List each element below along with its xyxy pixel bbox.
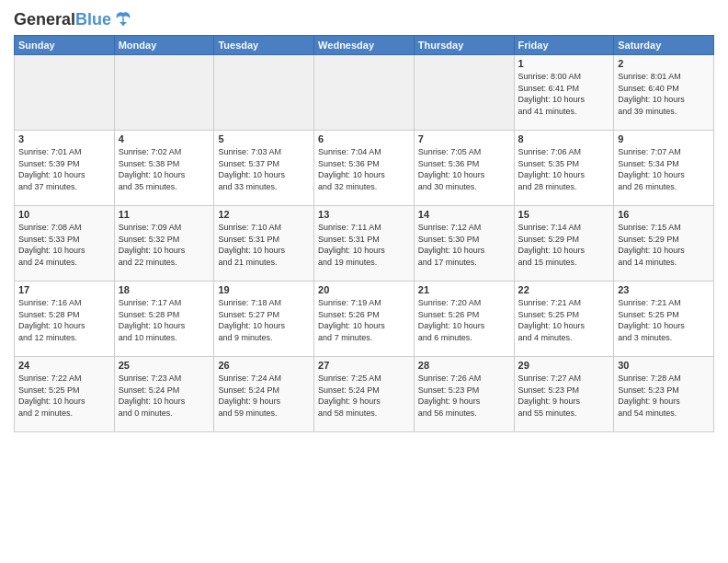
logo: GeneralBlue <box>14 9 133 29</box>
week-row-2: 10Sunrise: 7:08 AM Sunset: 5:33 PM Dayli… <box>15 206 714 282</box>
day-info: Sunrise: 7:03 AM Sunset: 5:37 PM Dayligh… <box>218 146 310 192</box>
day-number: 7 <box>418 133 510 144</box>
day-number: 25 <box>119 360 210 371</box>
day-cell: 8Sunrise: 7:06 AM Sunset: 5:35 PM Daylig… <box>514 131 614 206</box>
day-cell <box>15 55 115 131</box>
day-info: Sunrise: 7:21 AM Sunset: 5:25 PM Dayligh… <box>518 297 610 343</box>
col-header-monday: Monday <box>114 36 214 55</box>
day-info: Sunrise: 7:27 AM Sunset: 5:23 PM Dayligh… <box>518 373 610 419</box>
day-number: 13 <box>318 209 410 220</box>
day-info: Sunrise: 7:10 AM Sunset: 5:31 PM Dayligh… <box>218 222 310 268</box>
day-info: Sunrise: 7:26 AM Sunset: 5:23 PM Dayligh… <box>418 373 510 419</box>
day-number: 24 <box>18 360 110 371</box>
day-cell <box>414 55 514 131</box>
day-cell: 10Sunrise: 7:08 AM Sunset: 5:33 PM Dayli… <box>15 206 115 282</box>
day-cell: 30Sunrise: 7:28 AM Sunset: 5:23 PM Dayli… <box>614 357 714 432</box>
day-info: Sunrise: 8:01 AM Sunset: 6:40 PM Dayligh… <box>618 71 710 117</box>
day-info: Sunrise: 7:24 AM Sunset: 5:24 PM Dayligh… <box>218 373 310 419</box>
day-number: 15 <box>518 209 610 220</box>
day-cell: 2Sunrise: 8:01 AM Sunset: 6:40 PM Daylig… <box>614 55 714 131</box>
day-cell: 12Sunrise: 7:10 AM Sunset: 5:31 PM Dayli… <box>214 206 314 282</box>
col-header-thursday: Thursday <box>414 36 514 55</box>
day-cell: 4Sunrise: 7:02 AM Sunset: 5:38 PM Daylig… <box>114 131 214 206</box>
day-info: Sunrise: 7:21 AM Sunset: 5:25 PM Dayligh… <box>618 297 710 343</box>
day-info: Sunrise: 7:01 AM Sunset: 5:39 PM Dayligh… <box>18 146 110 192</box>
day-number: 11 <box>119 209 210 220</box>
day-cell: 18Sunrise: 7:17 AM Sunset: 5:28 PM Dayli… <box>114 282 214 357</box>
day-cell: 17Sunrise: 7:16 AM Sunset: 5:28 PM Dayli… <box>15 282 115 357</box>
day-number: 28 <box>418 360 510 371</box>
day-number: 3 <box>18 133 110 144</box>
day-number: 18 <box>119 284 210 295</box>
day-cell: 11Sunrise: 7:09 AM Sunset: 5:32 PM Dayli… <box>114 206 214 282</box>
day-number: 21 <box>418 284 510 295</box>
day-number: 4 <box>119 133 210 144</box>
day-info: Sunrise: 7:05 AM Sunset: 5:36 PM Dayligh… <box>418 146 510 192</box>
day-number: 29 <box>518 360 610 371</box>
day-number: 10 <box>18 209 110 220</box>
day-cell: 22Sunrise: 7:21 AM Sunset: 5:25 PM Dayli… <box>514 282 614 357</box>
day-cell <box>314 55 415 131</box>
day-info: Sunrise: 7:22 AM Sunset: 5:25 PM Dayligh… <box>18 373 110 419</box>
day-cell: 24Sunrise: 7:22 AM Sunset: 5:25 PM Dayli… <box>15 357 115 432</box>
header-row: SundayMondayTuesdayWednesdayThursdayFrid… <box>15 36 714 55</box>
day-cell: 23Sunrise: 7:21 AM Sunset: 5:25 PM Dayli… <box>614 282 714 357</box>
day-cell: 21Sunrise: 7:20 AM Sunset: 5:26 PM Dayli… <box>414 282 514 357</box>
day-cell: 3Sunrise: 7:01 AM Sunset: 5:39 PM Daylig… <box>15 131 115 206</box>
day-cell: 13Sunrise: 7:11 AM Sunset: 5:31 PM Dayli… <box>314 206 415 282</box>
col-header-tuesday: Tuesday <box>214 36 314 55</box>
day-info: Sunrise: 7:18 AM Sunset: 5:27 PM Dayligh… <box>218 297 310 343</box>
day-cell: 1Sunrise: 8:00 AM Sunset: 6:41 PM Daylig… <box>514 55 614 131</box>
day-info: Sunrise: 7:12 AM Sunset: 5:30 PM Dayligh… <box>418 222 510 268</box>
day-info: Sunrise: 7:25 AM Sunset: 5:24 PM Dayligh… <box>318 373 410 419</box>
day-cell: 19Sunrise: 7:18 AM Sunset: 5:27 PM Dayli… <box>214 282 314 357</box>
day-number: 20 <box>318 284 410 295</box>
day-number: 9 <box>618 133 710 144</box>
day-info: Sunrise: 7:15 AM Sunset: 5:29 PM Dayligh… <box>618 222 710 268</box>
day-number: 22 <box>518 284 610 295</box>
week-row-4: 24Sunrise: 7:22 AM Sunset: 5:25 PM Dayli… <box>15 357 714 432</box>
logo-text: GeneralBlue <box>14 10 111 29</box>
day-info: Sunrise: 7:20 AM Sunset: 5:26 PM Dayligh… <box>418 297 510 343</box>
day-cell: 7Sunrise: 7:05 AM Sunset: 5:36 PM Daylig… <box>414 131 514 206</box>
day-cell: 15Sunrise: 7:14 AM Sunset: 5:29 PM Dayli… <box>514 206 614 282</box>
col-header-friday: Friday <box>514 36 614 55</box>
day-cell: 16Sunrise: 7:15 AM Sunset: 5:29 PM Dayli… <box>614 206 714 282</box>
page-container: GeneralBlue SundayMondayTuesdayWednesday… <box>0 0 728 437</box>
day-number: 30 <box>618 360 710 371</box>
day-info: Sunrise: 7:14 AM Sunset: 5:29 PM Dayligh… <box>518 222 610 268</box>
day-info: Sunrise: 8:00 AM Sunset: 6:41 PM Dayligh… <box>518 71 610 117</box>
day-cell: 27Sunrise: 7:25 AM Sunset: 5:24 PM Dayli… <box>314 357 415 432</box>
day-cell: 6Sunrise: 7:04 AM Sunset: 5:36 PM Daylig… <box>314 131 415 206</box>
day-cell <box>114 55 214 131</box>
day-number: 12 <box>218 209 310 220</box>
day-info: Sunrise: 7:08 AM Sunset: 5:33 PM Dayligh… <box>18 222 110 268</box>
day-cell: 14Sunrise: 7:12 AM Sunset: 5:30 PM Dayli… <box>414 206 514 282</box>
day-info: Sunrise: 7:19 AM Sunset: 5:26 PM Dayligh… <box>318 297 410 343</box>
day-number: 2 <box>618 58 710 69</box>
day-number: 16 <box>618 209 710 220</box>
day-cell: 29Sunrise: 7:27 AM Sunset: 5:23 PM Dayli… <box>514 357 614 432</box>
day-cell: 25Sunrise: 7:23 AM Sunset: 5:24 PM Dayli… <box>114 357 214 432</box>
day-number: 5 <box>218 133 310 144</box>
col-header-sunday: Sunday <box>15 36 115 55</box>
header: GeneralBlue <box>14 9 714 29</box>
day-info: Sunrise: 7:02 AM Sunset: 5:38 PM Dayligh… <box>119 146 210 192</box>
day-info: Sunrise: 7:28 AM Sunset: 5:23 PM Dayligh… <box>618 373 710 419</box>
day-info: Sunrise: 7:09 AM Sunset: 5:32 PM Dayligh… <box>119 222 210 268</box>
day-cell: 26Sunrise: 7:24 AM Sunset: 5:24 PM Dayli… <box>214 357 314 432</box>
week-row-0: 1Sunrise: 8:00 AM Sunset: 6:41 PM Daylig… <box>15 55 714 131</box>
day-info: Sunrise: 7:06 AM Sunset: 5:35 PM Dayligh… <box>518 146 610 192</box>
col-header-wednesday: Wednesday <box>314 36 415 55</box>
day-number: 23 <box>618 284 710 295</box>
col-header-saturday: Saturday <box>614 36 714 55</box>
day-cell: 28Sunrise: 7:26 AM Sunset: 5:23 PM Dayli… <box>414 357 514 432</box>
day-info: Sunrise: 7:04 AM Sunset: 5:36 PM Dayligh… <box>318 146 410 192</box>
day-cell: 20Sunrise: 7:19 AM Sunset: 5:26 PM Dayli… <box>314 282 415 357</box>
day-info: Sunrise: 7:11 AM Sunset: 5:31 PM Dayligh… <box>318 222 410 268</box>
day-number: 8 <box>518 133 610 144</box>
day-info: Sunrise: 7:07 AM Sunset: 5:34 PM Dayligh… <box>618 146 710 192</box>
logo-bird-icon <box>113 9 133 29</box>
day-info: Sunrise: 7:16 AM Sunset: 5:28 PM Dayligh… <box>18 297 110 343</box>
day-number: 14 <box>418 209 510 220</box>
